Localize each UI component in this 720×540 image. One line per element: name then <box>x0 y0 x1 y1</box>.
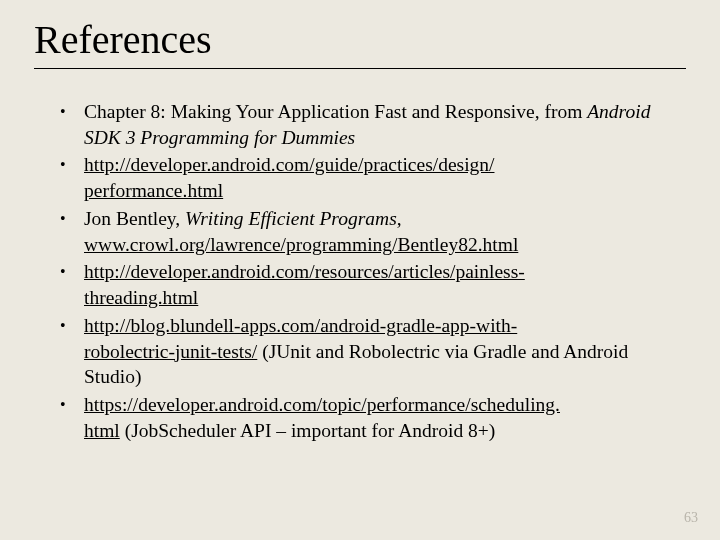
reference-item: http://developer.android.com/guide/pract… <box>58 152 686 203</box>
ref-text: (JobScheduler API – important for Androi… <box>120 420 496 441</box>
ref-link[interactable]: performance.html <box>84 180 223 201</box>
slide-title: References <box>34 18 686 62</box>
reference-item: Jon Bentley, Writing Efficient Programs,… <box>58 206 686 257</box>
ref-link[interactable]: http://blog.blundell-apps.com/android-gr… <box>84 315 517 336</box>
ref-link[interactable]: threading.html <box>84 287 198 308</box>
ref-link[interactable]: http://developer.android.com/guide/pract… <box>84 154 494 175</box>
reference-item: Chapter 8: Making Your Application Fast … <box>58 99 686 150</box>
ref-link[interactable]: robolectric-junit-tests/ <box>84 341 257 362</box>
ref-link[interactable]: html <box>84 420 120 441</box>
ref-text: , <box>397 208 402 229</box>
ref-text: Jon Bentley, <box>84 208 185 229</box>
page-number: 63 <box>684 510 698 526</box>
reference-item: http://developer.android.com/resources/a… <box>58 259 686 310</box>
ref-link[interactable]: www.crowl.org/lawrence/programming/Bentl… <box>84 234 518 255</box>
ref-text: Chapter 8: Making Your Application Fast … <box>84 101 587 122</box>
reference-list: Chapter 8: Making Your Application Fast … <box>34 99 686 444</box>
reference-item: https://developer.android.com/topic/perf… <box>58 392 686 443</box>
title-rule <box>34 68 686 69</box>
ref-book-title: Writing Efficient Programs <box>185 208 397 229</box>
reference-item: http://blog.blundell-apps.com/android-gr… <box>58 313 686 390</box>
ref-link[interactable]: https://developer.android.com/topic/perf… <box>84 394 560 415</box>
ref-link[interactable]: http://developer.android.com/resources/a… <box>84 261 525 282</box>
slide: References Chapter 8: Making Your Applic… <box>0 0 720 540</box>
